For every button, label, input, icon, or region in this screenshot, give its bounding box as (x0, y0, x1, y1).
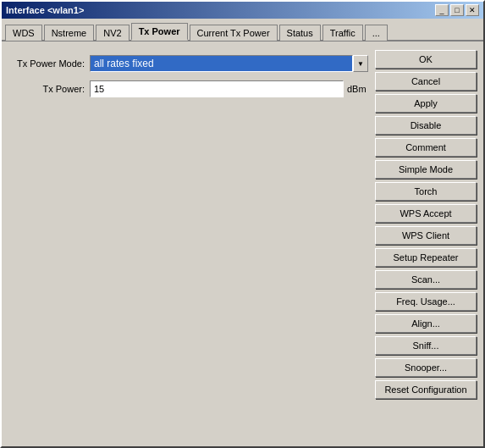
tx-power-mode-select-wrapper: all rates fixed ▼ (90, 55, 368, 72)
tabs-container: WDS Nstreme NV2 Tx Power Current Tx Powe… (2, 19, 483, 41)
tx-power-mode-dropdown-arrow[interactable]: ▼ (353, 55, 368, 72)
window-title: Interface <wlan1> (6, 5, 84, 15)
close-button[interactable]: ✕ (466, 4, 479, 16)
ok-button[interactable]: OK (375, 50, 477, 69)
reset-config-button[interactable]: Reset Configuration (375, 380, 477, 399)
snooper-button[interactable]: Snooper... (375, 358, 477, 377)
content-area: Tx Power Mode: all rates fixed ▼ Tx Powe… (2, 41, 483, 446)
cancel-button[interactable]: Cancel (375, 72, 477, 91)
tx-power-label: Tx Power: (8, 84, 85, 94)
disable-button[interactable]: Disable (375, 116, 477, 135)
title-bar: Interface <wlan1> _ □ ✕ (2, 2, 483, 19)
minimize-button[interactable]: _ (435, 4, 449, 16)
tab-wds[interactable]: WDS (5, 25, 42, 41)
tx-power-mode-selected-value: all rates fixed (94, 58, 154, 69)
main-window: Interface <wlan1> _ □ ✕ WDS Nstreme NV2 … (0, 0, 485, 448)
scan-button[interactable]: Scan... (375, 270, 477, 289)
tx-power-mode-label: Tx Power Mode: (8, 58, 85, 69)
sniff-button[interactable]: Sniff... (375, 336, 477, 355)
tab-traffic[interactable]: Traffic (322, 25, 363, 41)
torch-button[interactable]: Torch (375, 182, 477, 201)
tab-status[interactable]: Status (279, 25, 321, 41)
comment-button[interactable]: Comment (375, 138, 477, 157)
button-panel: OK Cancel Apply Disable Comment Simple M… (375, 48, 477, 440)
tx-power-unit: dBm (347, 84, 368, 94)
simple-mode-button[interactable]: Simple Mode (375, 160, 477, 179)
tab-current-tx-power[interactable]: Current Tx Power (190, 25, 278, 41)
tx-power-value-wrapper: dBm (90, 80, 368, 97)
main-panel: Tx Power Mode: all rates fixed ▼ Tx Powe… (8, 48, 368, 440)
setup-repeater-button[interactable]: Setup Repeater (375, 248, 477, 267)
tx-power-mode-row: Tx Power Mode: all rates fixed ▼ (8, 55, 368, 72)
tab-nstreme[interactable]: Nstreme (44, 25, 95, 41)
tab-tx-power[interactable]: Tx Power (131, 23, 188, 41)
freq-usage-button[interactable]: Freq. Usage... (375, 292, 477, 311)
maximize-button[interactable]: □ (450, 4, 464, 16)
tx-power-mode-select[interactable]: all rates fixed (90, 55, 353, 72)
tx-power-mode-value-wrapper: all rates fixed ▼ (90, 55, 368, 72)
tx-power-input[interactable] (90, 80, 344, 97)
tx-power-row: Tx Power: dBm (8, 80, 368, 97)
wps-accept-button[interactable]: WPS Accept (375, 204, 477, 223)
tab-nv2[interactable]: NV2 (96, 25, 129, 41)
title-bar-buttons: _ □ ✕ (435, 4, 479, 16)
tab-more[interactable]: ... (365, 25, 388, 41)
wps-client-button[interactable]: WPS Client (375, 226, 477, 245)
apply-button[interactable]: Apply (375, 94, 477, 113)
align-button[interactable]: Align... (375, 314, 477, 333)
